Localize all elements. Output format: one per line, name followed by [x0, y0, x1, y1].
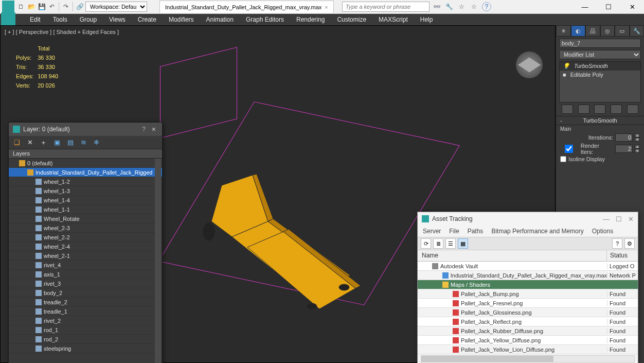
modify-tab-icon[interactable]: ◐ [571, 25, 586, 37]
help-icon[interactable]: ? [482, 2, 491, 11]
show-end-result-icon[interactable] [578, 105, 589, 114]
create-tab-icon[interactable]: ✳ [556, 25, 571, 37]
help-icon[interactable]: ? [138, 126, 150, 133]
add-to-layer-icon[interactable]: ＋ [40, 138, 47, 147]
menu-views[interactable]: Views [109, 16, 126, 23]
menu-modifiers[interactable]: Modifiers [169, 16, 194, 23]
redo-icon[interactable]: ↷ [61, 2, 70, 11]
new-layer-icon[interactable]: ❏ [14, 139, 20, 146]
layer-item[interactable]: wheel_2-3 [9, 223, 162, 233]
workspace-selector[interactable]: Workspace: Default [85, 2, 147, 12]
menu-options[interactable]: Options [592, 228, 613, 235]
table-icon[interactable]: ▦ [458, 238, 468, 249]
menu-server[interactable]: Server [423, 228, 441, 235]
layer-item[interactable]: Industrial_Standard_Duty_Pallet_Jack_Rig… [9, 168, 162, 177]
binoculars-icon[interactable]: 👓 [433, 2, 442, 11]
select-highlight-icon[interactable]: ▣ [54, 139, 60, 146]
hide-icon[interactable]: ≋ [81, 139, 86, 146]
layer-item[interactable]: rod_2 [9, 335, 162, 344]
asset-row[interactable]: Pallet_Jack_Yellow_Diffuse.pngFound [418, 336, 638, 345]
modifier-item[interactable]: 💡TurboSmooth [560, 62, 640, 71]
iterations-input[interactable] [615, 133, 633, 142]
make-unique-icon[interactable] [594, 105, 605, 114]
asset-row[interactable]: Industrial_Standard_Duty_Pallet_Jack_Rig… [418, 271, 638, 280]
rollout-header[interactable]: TurboSmooth [556, 116, 644, 125]
maximize-icon[interactable]: ☐ [616, 215, 622, 223]
help-icon[interactable]: ? [612, 238, 622, 249]
menu-group[interactable]: Group [80, 16, 97, 23]
menu-bitmap[interactable]: Bitmap Performance and Memory [491, 228, 583, 235]
layer-item[interactable]: rivet_2 [9, 316, 162, 325]
layer-item[interactable]: wheel_2-4 [9, 242, 162, 251]
layer-item[interactable]: treadle_2 [9, 298, 162, 307]
menu-file[interactable]: File [449, 228, 459, 235]
maximize-button[interactable]: ☐ [597, 0, 620, 14]
layer-item[interactable]: wheel_1-4 [9, 196, 162, 205]
document-tab[interactable]: Industrial_Standard_Duty_Pallet_Jack_Rig… [159, 1, 334, 13]
menu-maxscript[interactable]: MAXScript [379, 16, 408, 23]
col-name[interactable]: Name [418, 250, 607, 261]
layer-item[interactable]: rivet_4 [9, 261, 162, 270]
motion-tab-icon[interactable]: ◎ [600, 25, 615, 37]
freeze-icon[interactable]: ❄ [94, 139, 99, 146]
col-status[interactable]: Status [607, 250, 638, 261]
menu-help[interactable]: Help [420, 16, 433, 23]
layer-item[interactable]: steelspring [9, 344, 162, 353]
modifier-item[interactable]: ■Editable Poly [560, 71, 640, 79]
render-iters-checkbox[interactable] [560, 145, 578, 153]
hierarchy-tab-icon[interactable]: 品 [585, 25, 600, 37]
asset-row[interactable]: Pallet_Jack_Rubber_Diffuse.pngFound [418, 326, 638, 336]
menu-animation[interactable]: Animation [206, 16, 234, 23]
delete-layer-icon[interactable]: ✕ [27, 139, 33, 146]
utilities-tab-icon[interactable]: 🔧 [630, 25, 645, 37]
menu-graph-editors[interactable]: Graph Editors [246, 16, 284, 23]
refresh-icon[interactable]: ⟳ [421, 238, 431, 249]
close-button[interactable]: ✕ [620, 0, 644, 14]
undo-icon[interactable]: ↶ [47, 2, 57, 11]
layer-item[interactable]: wheel_1-3 [9, 186, 162, 196]
layer-item[interactable]: wheel_1-2 [9, 177, 162, 186]
asset-row[interactable]: Pallet_Jack_Yellow_Lion_Diffuse.pngFound [418, 345, 638, 354]
asset-row[interactable]: Pallet_Jack_Reflect.pngFound [418, 317, 638, 326]
star-icon[interactable]: ☆ [457, 2, 467, 11]
modifier-stack[interactable]: 💡TurboSmooth ■Editable Poly [559, 61, 641, 102]
select-children-icon[interactable]: ▤ [67, 139, 74, 146]
display-tab-icon[interactable]: ▭ [615, 25, 630, 37]
menu-customize[interactable]: Customize [337, 16, 366, 23]
layer-item[interactable]: wheel_1-1 [9, 205, 162, 214]
tab-close-icon[interactable]: × [325, 4, 328, 10]
asset-row[interactable]: Pallet_Jack_Bump.pngFound [418, 289, 638, 299]
wrench-icon[interactable]: 🔧 [445, 2, 454, 11]
menu-edit[interactable]: Edit [30, 16, 41, 23]
layer-tree[interactable]: 0 (default)Industrial_Standard_Duty_Pall… [9, 159, 162, 363]
star-icon[interactable]: ☆ [470, 2, 479, 11]
menu-paths[interactable]: Paths [468, 228, 484, 235]
pin-stack-icon[interactable] [562, 105, 573, 114]
save-icon[interactable]: 💾 [37, 2, 46, 11]
layer-item[interactable]: wheel_2-2 [9, 233, 162, 242]
view-cube[interactable] [516, 51, 543, 78]
spinner[interactable]: ▲▼ [635, 133, 640, 142]
asset-row[interactable]: Pallet_Jack_Glossiness.pngFound [418, 308, 638, 317]
isoline-checkbox[interactable] [560, 156, 566, 162]
menu-tools[interactable]: Tools [53, 16, 67, 23]
spinner[interactable]: ▲▼ [635, 145, 640, 153]
minimize-icon[interactable]: — [603, 215, 610, 223]
render-iters-input[interactable] [615, 145, 633, 153]
horizontal-scrollbar[interactable] [421, 355, 635, 362]
menu-rendering[interactable]: Rendering [296, 16, 325, 23]
menu-create[interactable]: Create [138, 16, 156, 23]
minimize-button[interactable]: — [573, 0, 597, 14]
layer-item[interactable]: 0 (default) [9, 159, 162, 168]
remove-modifier-icon[interactable] [611, 105, 622, 114]
viewport-label[interactable]: [ + ] [ Perspective ] [ Shaded + Edged F… [5, 29, 119, 35]
asset-row[interactable]: Autodesk VaultLogged O [418, 262, 638, 271]
new-icon[interactable]: 🗋 [16, 2, 26, 11]
close-icon[interactable]: ✕ [628, 215, 634, 223]
layer-item[interactable]: treadle_1 [9, 307, 162, 316]
layer-item[interactable]: rod_1 [9, 325, 162, 335]
search-input[interactable] [342, 2, 430, 12]
layer-item[interactable]: body_2 [9, 288, 162, 298]
settings-icon[interactable]: ⚙ [624, 238, 635, 249]
layer-panel-titlebar[interactable]: Layer: 0 (default) ? × [9, 123, 162, 136]
